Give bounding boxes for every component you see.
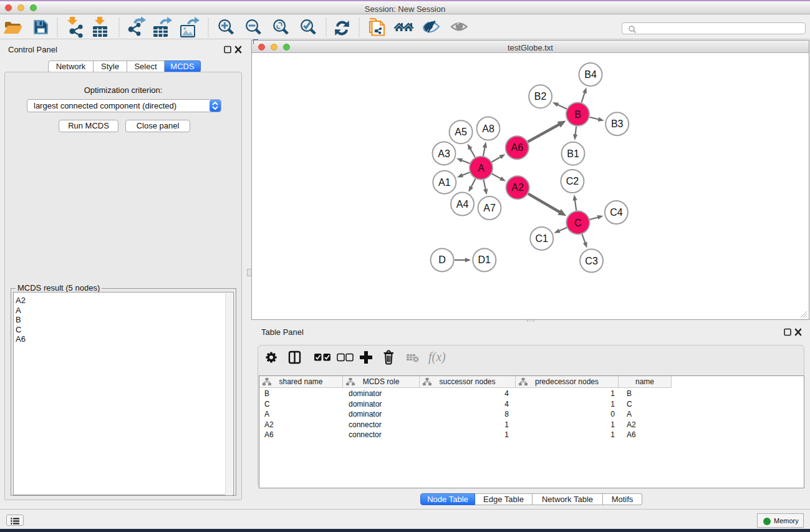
- svg-text:A1: A1: [438, 177, 451, 188]
- svg-text:C3: C3: [585, 256, 598, 266]
- svg-text:B2: B2: [534, 91, 547, 102]
- svg-text:C4: C4: [610, 207, 623, 218]
- svg-text:A5: A5: [455, 127, 467, 137]
- svg-text:A2: A2: [511, 182, 524, 193]
- svg-text:A4: A4: [456, 199, 469, 210]
- svg-text:D: D: [438, 254, 446, 265]
- svg-text:f(x): f(x): [428, 350, 446, 364]
- svg-text:A7: A7: [483, 203, 496, 213]
- svg-text:A3: A3: [438, 148, 450, 159]
- svg-text:A: A: [478, 163, 485, 173]
- svg-text:C1: C1: [535, 233, 548, 244]
- svg-text:B3: B3: [611, 118, 624, 129]
- svg-text:B4: B4: [584, 69, 597, 80]
- svg-text:B: B: [574, 109, 581, 120]
- svg-text:B1: B1: [567, 148, 579, 159]
- svg-text:C: C: [574, 218, 582, 228]
- svg-text:A6: A6: [511, 142, 524, 153]
- svg-text:C2: C2: [566, 176, 579, 186]
- svg-text:D1: D1: [478, 254, 491, 265]
- svg-text:A8: A8: [482, 123, 494, 134]
